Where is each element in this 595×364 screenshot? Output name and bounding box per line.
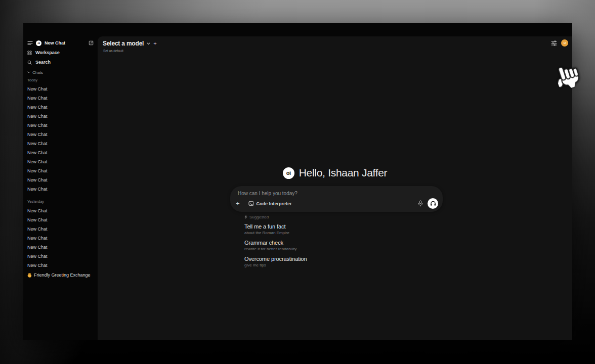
code-interpreter-label: Code Interpreter xyxy=(257,201,292,206)
suggestion-title: Grammar check xyxy=(244,240,386,246)
sidebar-toggle-icon[interactable] xyxy=(27,41,33,46)
list-item[interactable]: New Chat xyxy=(27,84,94,94)
app-logo: oi xyxy=(283,167,294,179)
chats-section-toggle[interactable]: Chats xyxy=(27,69,94,75)
new-chat-icon[interactable] xyxy=(89,40,94,46)
chevron-down-icon xyxy=(147,42,150,45)
list-item[interactable]: New Chat xyxy=(27,130,94,139)
microphone-icon[interactable] xyxy=(418,200,423,207)
list-item[interactable]: New Chat xyxy=(27,185,94,194)
greeting: oi Hello, Ishaan Jaffer xyxy=(98,167,572,179)
open-webui-window: oi New Chat Workspace Search Chats Today xyxy=(23,23,572,340)
sidebar-title: New Chat xyxy=(45,40,86,46)
suggestion-title: Tell me a fun fact xyxy=(244,223,386,230)
headphones-icon xyxy=(430,201,436,206)
settings-sliders-icon[interactable] xyxy=(551,40,557,46)
model-selector[interactable]: Select a model + xyxy=(103,40,157,47)
search-icon xyxy=(27,60,32,65)
attach-button[interactable]: + xyxy=(236,201,240,207)
chat-list-yesterday: New Chat New Chat New Chat New Chat New … xyxy=(27,206,94,270)
sidebar-item-search[interactable]: Search xyxy=(27,59,94,66)
voice-call-button[interactable] xyxy=(428,198,438,209)
app-logo: oi xyxy=(36,40,41,46)
chat-list-today: New Chat New Chat New Chat New Chat New … xyxy=(27,84,94,194)
workspace-grid-icon xyxy=(27,51,32,55)
header-actions: IJ xyxy=(551,39,568,47)
message-composer[interactable]: How can I help you today? + Code Interpr… xyxy=(230,186,443,212)
greeting-text: Hello, Ishaan Jaffer xyxy=(299,167,388,179)
suggestion-subtitle: give me tips xyxy=(244,263,386,268)
chat-group-label-yesterday: Yesterday xyxy=(27,199,94,205)
lightning-bolt-icon xyxy=(244,215,247,219)
message-input[interactable]: How can I help you today? xyxy=(238,191,298,196)
chat-item-label: Friendly Greeting Exchange xyxy=(34,272,91,278)
suggested-section: Suggested Tell me a fun fact about the R… xyxy=(244,214,386,268)
list-item[interactable]: New Chat xyxy=(27,103,94,112)
sidebar-header: oi New Chat xyxy=(27,39,94,47)
suggestion-item[interactable]: Tell me a fun fact about the Roman Empir… xyxy=(244,223,386,236)
list-item[interactable]: New Chat xyxy=(27,243,94,252)
suggestion-item[interactable]: Overcome procrastination give me tips xyxy=(244,256,386,268)
code-interpreter-icon xyxy=(248,201,254,206)
list-item[interactable]: New Chat xyxy=(27,148,94,157)
chat-item-friendly-greeting[interactable]: Friendly Greeting Exchange xyxy=(27,271,94,279)
model-selector-label: Select a model xyxy=(103,40,144,47)
list-item[interactable]: New Chat xyxy=(27,252,94,261)
list-item[interactable]: New Chat xyxy=(27,261,94,270)
suggestion-subtitle: rewrite it for better readability xyxy=(244,247,386,252)
list-item[interactable]: New Chat xyxy=(27,157,94,166)
sidebar-item-workspace[interactable]: Workspace xyxy=(27,49,94,56)
suggested-label: Suggested xyxy=(249,215,269,219)
chats-label: Chats xyxy=(32,70,43,75)
chevron-down-icon xyxy=(27,71,30,73)
list-item[interactable]: New Chat xyxy=(27,112,94,121)
list-item[interactable]: New Chat xyxy=(27,175,94,185)
search-label: Search xyxy=(35,60,51,65)
list-item[interactable]: New Chat xyxy=(27,139,94,148)
suggested-header: Suggested xyxy=(244,214,386,219)
list-item[interactable]: New Chat xyxy=(27,94,94,103)
list-item[interactable]: New Chat xyxy=(27,206,94,215)
suggestion-title: Overcome procrastination xyxy=(244,256,386,262)
add-model-button[interactable]: + xyxy=(153,40,156,47)
list-item[interactable]: New Chat xyxy=(27,234,94,243)
main-panel: Select a model + Set as default IJ oi He… xyxy=(98,36,572,340)
workspace-label: Workspace xyxy=(35,50,60,55)
sidebar: oi New Chat Workspace Search Chats Today xyxy=(23,23,98,340)
chat-group-label-today: Today xyxy=(27,77,94,83)
suggestion-subtitle: about the Roman Empire xyxy=(244,231,386,236)
list-item[interactable]: New Chat xyxy=(27,224,94,234)
composer-toolbar: + Code Interpreter xyxy=(236,198,438,209)
waving-hand-emoji xyxy=(27,273,32,278)
code-interpreter-toggle[interactable]: Code Interpreter xyxy=(248,201,292,206)
list-item[interactable]: New Chat xyxy=(27,166,94,175)
user-avatar[interactable]: IJ xyxy=(561,39,568,47)
set-as-default-button[interactable]: Set as default xyxy=(103,49,123,53)
list-item[interactable]: New Chat xyxy=(27,121,94,130)
list-item[interactable]: New Chat xyxy=(27,215,94,224)
suggestion-item[interactable]: Grammar check rewrite it for better read… xyxy=(244,240,386,252)
